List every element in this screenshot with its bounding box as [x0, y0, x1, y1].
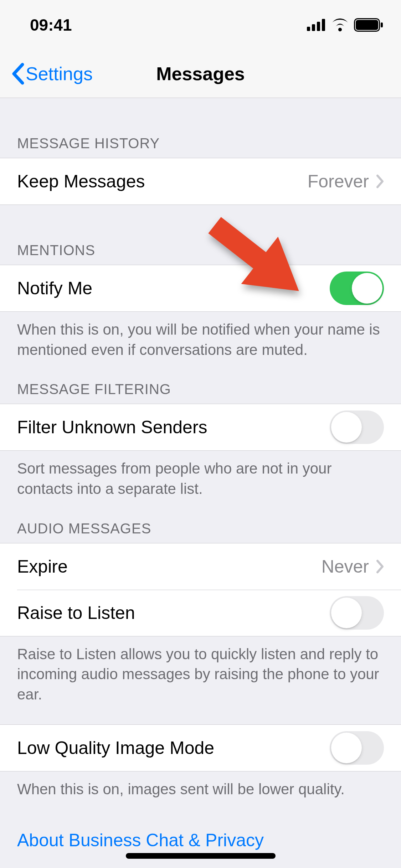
row-label: Raise to Listen — [17, 603, 135, 623]
row-expire[interactable]: Expire Never — [0, 543, 401, 590]
row-label: Keep Messages — [17, 171, 145, 192]
toggle-notify-me[interactable] — [330, 272, 384, 305]
chevron-left-icon — [11, 62, 24, 85]
section-header-mentions: MENTIONS — [0, 205, 401, 265]
section-footer-message-filtering: Sort messages from people who are not in… — [0, 451, 401, 499]
group-audio-messages: Expire Never Raise to Listen — [0, 543, 401, 636]
group-message-filtering: Filter Unknown Senders — [0, 404, 401, 451]
row-label: Filter Unknown Senders — [17, 417, 207, 438]
cellular-signal-icon — [307, 19, 326, 31]
row-low-quality-image-mode: Low Quality Image Mode — [0, 725, 401, 771]
row-raise-to-listen: Raise to Listen — [0, 590, 401, 636]
toggle-filter-unknown-senders[interactable] — [330, 410, 384, 444]
chevron-right-icon — [376, 174, 384, 188]
section-footer-audio-messages: Raise to Listen allows you to quickly li… — [0, 636, 401, 705]
svg-rect-2 — [317, 22, 320, 31]
row-label: Notify Me — [17, 278, 92, 299]
svg-rect-1 — [312, 24, 315, 31]
status-indicators — [307, 18, 383, 32]
svg-rect-0 — [307, 27, 310, 31]
row-filter-unknown-senders: Filter Unknown Senders — [0, 404, 401, 450]
section-footer-low-quality: When this is on, images sent will be low… — [0, 771, 401, 800]
section-header-audio-messages: AUDIO MESSAGES — [0, 499, 401, 543]
section-footer-mentions: When this is on, you will be notified wh… — [0, 312, 401, 360]
row-value: Forever — [308, 171, 384, 192]
section-header-message-history: MESSAGE HISTORY — [0, 98, 401, 158]
chevron-right-icon — [376, 559, 384, 574]
row-keep-messages[interactable]: Keep Messages Forever — [0, 158, 401, 205]
wifi-icon — [331, 19, 349, 31]
svg-rect-6 — [381, 22, 383, 27]
row-value: Never — [322, 556, 384, 577]
back-button[interactable]: Settings — [11, 62, 93, 85]
group-low-quality: Low Quality Image Mode — [0, 724, 401, 771]
group-message-history: Keep Messages Forever — [0, 158, 401, 205]
back-label: Settings — [26, 63, 93, 84]
section-header-message-filtering: MESSAGE FILTERING — [0, 360, 401, 404]
keep-messages-value: Forever — [308, 171, 369, 192]
svg-rect-3 — [322, 19, 325, 31]
group-mentions: Notify Me — [0, 265, 401, 312]
status-time: 09:41 — [30, 15, 72, 35]
toggle-low-quality-image-mode[interactable] — [330, 731, 384, 765]
battery-icon — [354, 18, 383, 32]
row-notify-me: Notify Me — [0, 265, 401, 311]
svg-rect-5 — [356, 20, 378, 30]
nav-bar: Settings Messages — [0, 50, 401, 98]
status-bar: 09:41 — [0, 0, 401, 50]
about-business-chat-link[interactable]: About Business Chat & Privacy — [0, 800, 401, 851]
toggle-raise-to-listen[interactable] — [330, 596, 384, 630]
home-indicator[interactable] — [126, 853, 276, 859]
expire-value: Never — [322, 556, 369, 577]
row-label: Low Quality Image Mode — [17, 738, 214, 758]
row-label: Expire — [17, 556, 68, 577]
